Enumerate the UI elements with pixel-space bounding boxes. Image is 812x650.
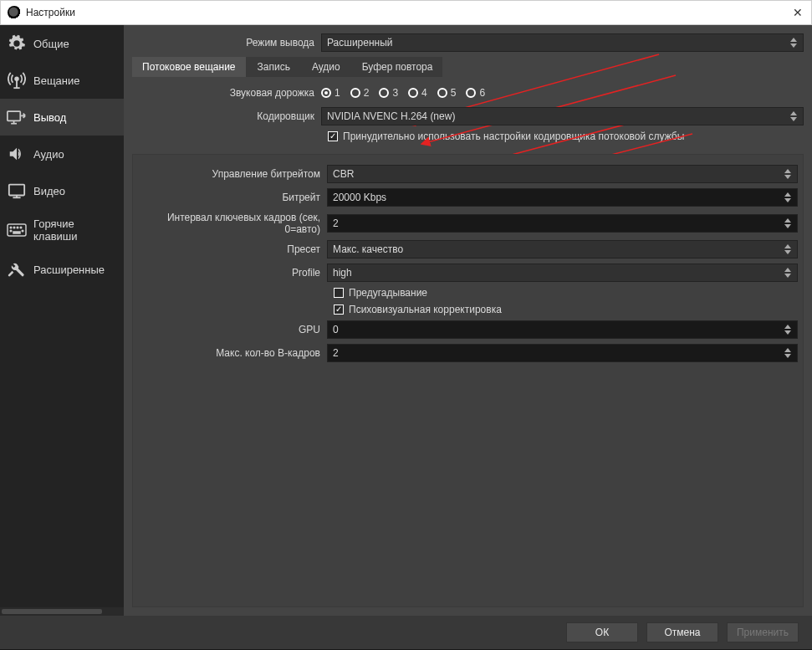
output-mode-value: Расширенный [327,37,393,49]
gpu-label: GPU [138,324,327,335]
sidebar-item-advanced[interactable]: Расширенные [0,251,124,288]
tools-icon [7,259,27,279]
sidebar-item-label: Общие [33,38,69,50]
updown-icon [789,108,801,125]
audio-track-group: 1 2 3 4 5 6 [321,87,804,99]
audio-track-5[interactable]: 5 [437,87,457,99]
audio-track-4[interactable]: 4 [408,87,427,99]
keyframe-label: Интервал ключевых кадров (сек, 0=авто) [138,212,327,235]
bitrate-spinner[interactable]: 20000 Kbps [327,188,798,207]
sidebar-item-label: Расширенные [33,264,105,276]
ok-button[interactable]: ОК [566,622,638,642]
keyframe-spinner[interactable]: 2 [327,214,798,233]
bitrate-label: Битрейт [138,192,327,203]
svg-point-0 [15,77,18,80]
tab-audio[interactable]: Аудио [302,57,350,77]
app-icon [8,6,21,19]
svg-rect-3 [8,111,20,120]
enforce-checkbox-label: Принудительно использовать настройки код… [343,131,684,142]
sidebar-item-stream[interactable]: Вещание [0,62,124,99]
sidebar-item-label: Видео [33,185,65,197]
apply-button[interactable]: Применить [727,622,799,642]
updown-icon [784,215,795,232]
sidebar-item-audio[interactable]: Аудио [0,136,124,172]
encoder-value: NVIDIA NVENC H.264 (new) [327,110,455,122]
profile-select[interactable]: high [327,264,798,282]
svg-point-12 [17,227,18,228]
profile-label: Profile [138,267,327,279]
updown-icon [784,189,795,206]
lookahead-checkbox[interactable] [334,288,344,298]
psycho-checkbox[interactable] [334,305,344,315]
rate-control-label: Управление битрейтом [138,168,327,180]
sidebar-item-general[interactable]: Общие [0,25,124,62]
sidebar-scrollbar[interactable] [0,607,124,616]
svg-point-11 [13,227,15,228]
cancel-button[interactable]: Отмена [646,622,718,642]
sidebar: Общие Вещание Вывод Аудио Видео [0,25,124,616]
sidebar-item-video[interactable]: Видео [0,172,124,209]
rate-control-select[interactable]: CBR [327,165,798,183]
bframes-label: Макс. кол-во В-кадров [138,347,327,359]
output-icon [7,107,27,127]
audio-track-label: Звуковая дорожка [132,87,321,99]
preset-select[interactable]: Макс. качество [327,240,798,258]
output-tabs: Потоковое вещание Запись Аудио Буфер пов… [132,57,442,77]
svg-rect-16 [13,232,20,233]
svg-point-14 [10,230,12,232]
encoder-label: Кодировщик [132,110,321,122]
gear-icon [7,33,27,54]
output-mode-select[interactable]: Расширенный [321,33,804,52]
dialog-button-bar: ОК Отмена Применить [0,616,812,649]
updown-icon [784,241,795,258]
sidebar-item-label: Вещание [33,74,80,87]
audio-track-1[interactable]: 1 [321,87,340,99]
audio-track-6[interactable]: 6 [466,87,485,99]
audio-track-3[interactable]: 3 [379,87,398,99]
bframes-spinner[interactable]: 2 [327,344,798,362]
gpu-spinner[interactable]: 0 [327,320,798,339]
tab-recording[interactable]: Запись [248,57,300,77]
keyboard-icon [7,220,27,240]
sidebar-item-label: Вывод [33,111,66,124]
sidebar-item-hotkeys[interactable]: Горячие клавиши [0,209,124,251]
svg-point-15 [22,230,23,232]
svg-point-13 [20,227,22,228]
enforce-checkbox[interactable] [328,131,338,141]
encoder-settings-panel: Управление битрейтом CBR Битрейт 2000 [132,154,804,607]
titlebar: Настройки ✕ [0,0,812,25]
tab-replay[interactable]: Буфер повтора [352,57,443,77]
video-icon [7,181,27,201]
encoder-select[interactable]: NVIDIA NVENC H.264 (new) [321,107,804,125]
preset-label: Пресет [138,243,327,255]
sidebar-item-label: Горячие клавиши [33,218,117,243]
updown-icon [784,166,795,182]
audio-icon [7,144,27,164]
main-content: Режим вывода Расширенный Потоковое вещан… [124,25,812,616]
broadcast-icon [7,70,27,90]
sidebar-item-output[interactable]: Вывод [0,99,124,136]
svg-point-10 [10,227,12,228]
window-title: Настройки [26,7,791,18]
updown-icon [784,264,795,281]
psycho-label: Психовизуальная корректировка [349,304,502,315]
close-icon[interactable]: ✕ [791,6,804,19]
updown-icon [784,345,795,361]
lookahead-label: Предугадывание [349,287,427,299]
audio-track-2[interactable]: 2 [350,87,370,99]
svg-rect-6 [9,185,24,196]
tab-streaming[interactable]: Потоковое вещание [132,57,246,77]
output-mode-label: Режим вывода [132,37,321,49]
sidebar-item-label: Аудио [33,148,64,161]
updown-icon [784,321,795,338]
updown-icon [789,34,801,51]
